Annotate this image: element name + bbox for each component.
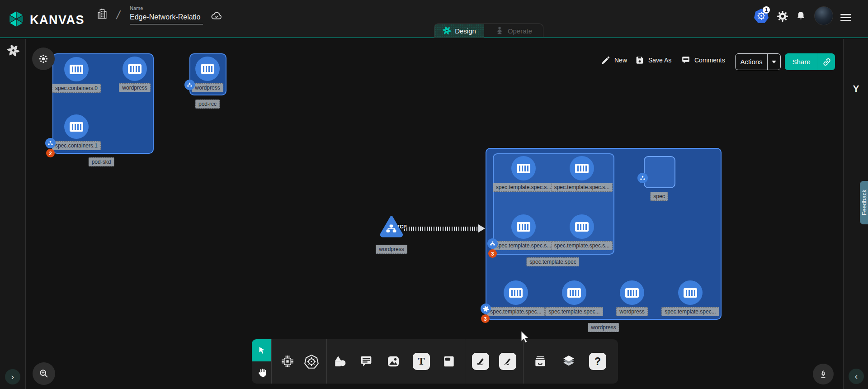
actions-dropdown-button[interactable]: Actions	[735, 53, 781, 70]
count-badge[interactable]: 2	[46, 149, 55, 157]
text-tool-square: T	[413, 353, 430, 370]
image-tool[interactable]	[386, 354, 401, 369]
node-template-container-1[interactable]: spec.template.spec.s...	[570, 156, 594, 192]
spiral-badge[interactable]	[481, 304, 491, 314]
user-avatar[interactable]	[814, 6, 833, 25]
help-tool[interactable]: ?	[589, 353, 606, 370]
design-name-value[interactable]: Edge-Network-Relatio	[130, 13, 203, 24]
container-icon	[195, 57, 220, 81]
mouse-cursor	[520, 331, 531, 345]
design-name-field[interactable]: Name Edge-Network-Relatio	[130, 5, 203, 24]
notifications-bell-icon[interactable]	[795, 10, 807, 24]
sitemap-icon	[490, 241, 495, 247]
container-icon	[570, 156, 594, 180]
freehand-draw-tool[interactable]	[499, 353, 516, 370]
design-name-label: Name	[130, 5, 203, 11]
comment-tool[interactable]	[359, 354, 373, 369]
hamburger-menu-icon[interactable]	[840, 12, 851, 23]
bottom-toolbar: T	[252, 339, 618, 384]
validate-spiral-icon[interactable]	[7, 44, 19, 58]
new-button[interactable]: New	[601, 55, 627, 65]
container-icon	[562, 280, 586, 305]
actions-label: Actions	[736, 58, 767, 66]
count-badge[interactable]: 3	[481, 314, 490, 323]
tab-operate-label: Operate	[508, 27, 532, 35]
layers-icon	[561, 354, 576, 369]
kanvas-logo[interactable]: KANVAS	[7, 10, 85, 30]
feedback-tab[interactable]: Feedback	[860, 181, 868, 224]
edge-service-to-deployment[interactable]	[404, 227, 479, 231]
kubernetes-tool[interactable]	[304, 354, 319, 369]
node-spec-containers-1[interactable]: spec.containers.1	[64, 114, 89, 150]
node-deployment-container-0[interactable]: spec.template.spec...	[504, 280, 528, 316]
expand-right-panel-chevron[interactable]: ‹	[849, 369, 864, 384]
toolbar-divider	[523, 339, 524, 384]
node-wordpress-rcc[interactable]: wordpress	[195, 57, 220, 92]
new-label: New	[614, 57, 627, 64]
node-label: wordpress	[192, 83, 223, 92]
text-tool[interactable]: T	[413, 353, 430, 370]
network-badge[interactable]	[184, 80, 195, 90]
note-tool[interactable]	[442, 354, 456, 369]
node-label: spec.template.spec...	[487, 307, 544, 316]
node-spec-containers-0[interactable]: spec.containers.0	[64, 57, 89, 93]
node-deployment-wordpress[interactable]: wordpress	[620, 280, 644, 316]
actions-caret[interactable]	[768, 61, 780, 63]
shapes-tool[interactable]	[333, 354, 347, 369]
pen-path-tool[interactable]	[472, 353, 489, 370]
network-badge[interactable]	[487, 238, 498, 249]
share-button[interactable]: Share	[785, 53, 835, 70]
chevron-down-icon	[772, 61, 776, 63]
image-icon	[386, 354, 401, 369]
link-icon	[822, 57, 832, 67]
expand-left-panel-chevron[interactable]: ›	[5, 369, 20, 384]
save-as-button[interactable]: Save As	[635, 55, 671, 65]
canvas-node-flower-button[interactable]	[32, 47, 55, 70]
network-badge[interactable]	[637, 173, 648, 183]
node-template-container-2[interactable]: spec.template.spec.s...	[511, 214, 536, 250]
shapes-icon	[333, 354, 347, 369]
organization-icon[interactable]	[96, 7, 108, 22]
toolbar-divider	[465, 339, 465, 384]
floppy-icon	[635, 55, 645, 65]
node-wordpress-container[interactable]: wordpress	[123, 57, 147, 92]
tab-design[interactable]: Design	[434, 24, 484, 38]
node-deployment-container-1[interactable]: spec.template.spec...	[562, 280, 586, 316]
node-label: spec.template.spec.s...	[551, 183, 613, 192]
service-triangle-icon	[379, 216, 404, 238]
group-spec[interactable]	[644, 156, 675, 188]
node-label: spec.template.spec.s...	[493, 183, 555, 192]
layers-tool[interactable]	[561, 354, 576, 369]
drawer-tool[interactable]	[533, 354, 547, 369]
comments-button[interactable]: Comments	[681, 55, 725, 65]
pan-tool[interactable]	[252, 361, 271, 384]
sitemap-icon	[640, 175, 646, 181]
yaml-panel-icon[interactable]: Y	[844, 83, 868, 94]
flower-icon	[38, 53, 49, 64]
container-icon	[678, 280, 703, 305]
comment-icon	[681, 55, 691, 65]
comments-label: Comments	[694, 57, 725, 64]
select-tool[interactable]	[252, 339, 271, 361]
pencil-scribble-icon	[502, 356, 513, 367]
container-icon	[64, 57, 89, 81]
tab-operate[interactable]: Operate	[484, 24, 543, 38]
drawing-pen-button[interactable]	[813, 364, 834, 384]
node-deployment-container-3[interactable]: spec.template.spec...	[678, 280, 703, 316]
share-label: Share	[785, 58, 818, 66]
node-template-container-0[interactable]: spec.template.spec.s...	[511, 156, 536, 192]
group-label-pod-rcc: pod-rcc	[195, 100, 220, 109]
copy-link-section[interactable]	[818, 57, 835, 67]
network-badge[interactable]	[45, 138, 56, 148]
count-badge[interactable]: 3	[488, 249, 497, 258]
text-tool-glyph: T	[418, 356, 425, 367]
node-label: wordpress	[376, 245, 407, 254]
settings-gear-icon[interactable]	[777, 10, 788, 24]
node-service-wordpress[interactable]: wordpress	[378, 216, 405, 254]
context-count-badge: 1	[763, 6, 770, 14]
mode-tabs: Design Operate	[434, 24, 543, 38]
components-tool[interactable]	[280, 354, 295, 369]
zoom-button[interactable]	[33, 362, 55, 385]
node-template-container-3[interactable]: spec.template.spec.s...	[570, 214, 594, 250]
group-label-pod-skd: pod-skd	[89, 157, 114, 166]
